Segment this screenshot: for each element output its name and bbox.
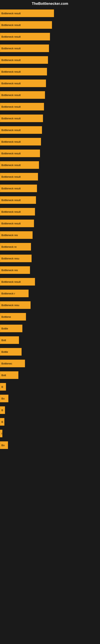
bar-label: Bottleneck result [1, 35, 21, 38]
bar-row: Bottlenec [0, 358, 100, 369]
bottleneck-bar: Bottlene [0, 313, 26, 320]
bottleneck-bar: Bottleneck resu [0, 254, 32, 262]
bottleneck-bar: Bottleneck result [0, 208, 35, 216]
bottleneck-bar: Bottleneck res [0, 266, 30, 274]
bottleneck-bar: Bottleneck resu [0, 301, 31, 309]
bar-label: Bottleneck result [1, 94, 21, 96]
bar-row: Bott [0, 369, 100, 381]
bar-row: I [0, 428, 100, 439]
bottleneck-bar: Bottleneck r [0, 290, 29, 297]
bar-row: Bottleneck result [0, 112, 100, 124]
bar-label: Bottleneck result [1, 187, 21, 190]
bottleneck-bar: Bottleneck result [0, 56, 48, 64]
bar-row: B [0, 404, 100, 416]
bottleneck-bar: Bottleneck result [0, 114, 43, 122]
bottleneck-bar: I [0, 430, 2, 437]
bar-label: Bottleneck result [1, 128, 21, 132]
bar-row: Bottleneck result [0, 194, 100, 206]
bottleneck-bar: Bott [0, 371, 18, 379]
bar-label: Bottleneck result [1, 24, 21, 26]
bar-row: Bottleneck result [0, 182, 100, 194]
bar-label: Bottleneck result [1, 222, 21, 225]
bar-row: Bottleneck result [0, 8, 100, 19]
bar-row: Bottleneck result [0, 66, 100, 78]
bar-row: Bo [0, 439, 100, 451]
bar-label: Bottleneck result [1, 175, 21, 178]
bottleneck-bar: Bottlenec [0, 360, 25, 367]
bottleneck-bar: Bottleneck res [0, 231, 33, 239]
bar-row: Bottleneck result [0, 101, 100, 112]
bottleneck-bar: Bottleneck result [0, 196, 36, 204]
bar-row: Bottleneck result [0, 42, 100, 54]
bar-label: Bott [1, 339, 6, 342]
bar-row: Bottleneck result [0, 136, 100, 148]
bar-label: Bottleneck result [1, 199, 21, 202]
bottleneck-bar: Bottleneck result [0, 21, 52, 29]
bottleneck-bar: Bo [0, 441, 8, 449]
bar-row: Bottleneck result [0, 31, 100, 42]
bar-row: Bottlene [0, 311, 100, 322]
bar-label: B [1, 420, 3, 424]
bar-label: Bott [1, 374, 6, 377]
bottleneck-bar: Bottleneck result [0, 68, 47, 76]
bar-label: Bottleneck result [1, 58, 21, 62]
bar-label: Bottle [1, 327, 8, 330]
bar-row: Bottleneck result [0, 171, 100, 182]
bar-row: Bottleneck result [0, 89, 100, 101]
bar-row: Bottleneck result [0, 54, 100, 66]
bar-label: Bottleneck result [1, 47, 21, 50]
bar-label: Bo [1, 444, 4, 447]
bar-label: Bottleneck result [1, 280, 21, 283]
bar-row: Bottleneck res [0, 229, 100, 241]
bottleneck-bar: B [0, 418, 4, 426]
bar-label: B [1, 409, 3, 412]
bar-row: Bottleneck r [0, 288, 100, 299]
bottleneck-bar: Bottleneck result [0, 126, 42, 134]
bottleneck-bar: B [0, 383, 6, 391]
bar-label: Bottleneck result [1, 210, 21, 213]
bar-row: Bottle [0, 322, 100, 334]
bar-label: Bottleneck result [1, 70, 21, 73]
bar-row: B [0, 416, 100, 428]
bar-label: Bottlenec [1, 362, 12, 365]
bar-label: Bottleneck result [1, 105, 21, 108]
bottleneck-bar: Bottleneck result [0, 138, 41, 146]
bar-row: Bottleneck result [0, 78, 100, 89]
bar-label: Bottleneck resu [1, 257, 19, 260]
bar-row: Bottle [0, 346, 100, 358]
bar-label: Bottle [1, 350, 8, 354]
bar-row: Bottleneck result [0, 148, 100, 159]
bar-row: Bottleneck result [0, 124, 100, 136]
bottleneck-bar: Bottleneck result [0, 44, 49, 52]
bar-label: Bottleneck result [1, 140, 21, 143]
bottleneck-bar: Bottleneck result [0, 91, 45, 99]
bar-label: Bottleneck result [1, 152, 21, 155]
bottleneck-bar: Bottleneck result [0, 161, 39, 169]
bar-label: Bottleneck result [1, 12, 21, 15]
bar-label: Bottleneck result [1, 117, 21, 120]
bottleneck-bar: B [0, 406, 5, 414]
bottleneck-bar: Bottle [0, 324, 22, 332]
bar-label: Bottleneck res [1, 269, 18, 272]
bar-row: Bottleneck result [0, 218, 100, 229]
bar-label: Bottlene [1, 315, 11, 318]
bar-row: Bottleneck result [0, 19, 100, 31]
bottleneck-bar: Bottleneck result [0, 278, 35, 286]
bar-label: Bottleneck result [1, 164, 21, 167]
bar-label: Bottleneck result [1, 82, 21, 85]
bar-row: B [0, 381, 100, 393]
bottleneck-bar: Bottleneck result [0, 184, 37, 192]
bar-row: Bottleneck result [0, 276, 100, 288]
bar-label: Bottleneck r [1, 292, 15, 295]
bar-label: B [1, 386, 3, 388]
bottleneck-bar: Bottleneck result [0, 220, 34, 227]
bar-row: Bott [0, 334, 100, 346]
bottleneck-bar: Bottleneck result [0, 173, 38, 180]
bottleneck-bar: Bottleneck result [0, 80, 46, 87]
bottleneck-bar: Bottleneck re [0, 243, 31, 250]
bar-row: Bottleneck re [0, 241, 100, 252]
bar-label: Bo [1, 397, 4, 400]
bar-row: Bottleneck res [0, 264, 100, 276]
bar-row: Bottleneck result [0, 206, 100, 218]
bottleneck-bar: Bottle [0, 348, 22, 356]
